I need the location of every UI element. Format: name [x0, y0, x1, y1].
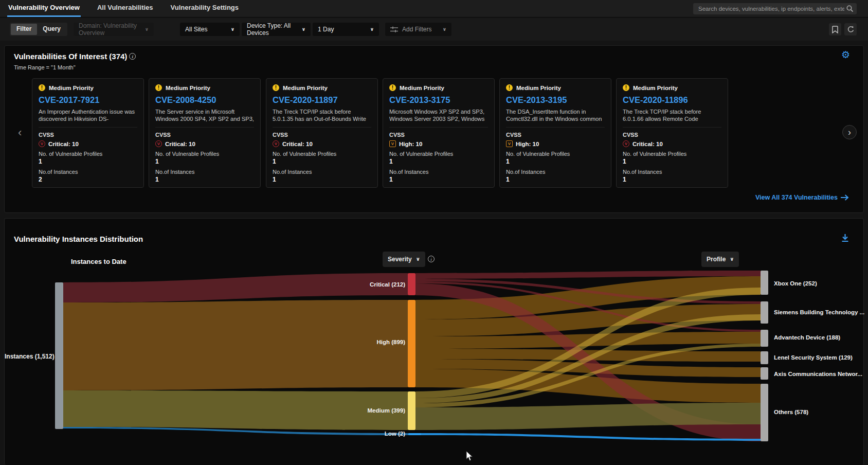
profiles-value: 1: [389, 158, 488, 165]
sankey-axis-label: Axis Communications Networ...: [774, 371, 862, 377]
node-low[interactable]: [408, 433, 421, 435]
tab-vulnerability-settings[interactable]: Vulnerability Settings: [170, 0, 240, 17]
search-icon: [846, 5, 854, 15]
profiles-label: No. of Vulnerable Profiles: [623, 151, 721, 157]
profiles-value: 1: [273, 158, 371, 165]
sites-dropdown-label: All Sites: [185, 26, 207, 33]
cve-link[interactable]: CVE-2013-3195: [506, 95, 605, 105]
cve-card: Medium Priority CVE-2008-4250 The Server…: [149, 78, 261, 188]
cvss-critical-icon: [273, 140, 279, 147]
node-axis[interactable]: [761, 367, 768, 380]
cvss-label: CVSS: [273, 132, 371, 138]
sliders-icon: [390, 26, 398, 33]
vulnerabilities-of-interest-panel: Vulnerabilities Of Interest (374) Time R…: [4, 45, 864, 213]
tab-vulnerability-overview[interactable]: Vulnerability Overview: [7, 0, 81, 17]
cvss-high-icon: [389, 140, 396, 147]
info-icon[interactable]: [129, 53, 136, 60]
profiles-label: No. of Vulnerable Profiles: [39, 151, 137, 157]
carousel-next-button[interactable]: [842, 125, 857, 139]
divider: [155, 127, 254, 128]
priority-icon: [506, 84, 513, 91]
cvss-score: Critical: 10: [632, 141, 663, 147]
chevron-down-icon: [145, 27, 149, 32]
profiles-label: No. of Vulnerable Profiles: [506, 151, 605, 157]
global-search: [693, 3, 857, 14]
view-all-label: View All 374 Vulnerabilities: [755, 194, 838, 201]
node-lenel[interactable]: [761, 351, 768, 364]
flow-instances-high[interactable]: [63, 300, 408, 390]
add-filters-dropdown[interactable]: Add Filters: [385, 23, 451, 36]
cve-card: Medium Priority CVE-2020-11897 The Treck…: [266, 78, 378, 188]
divider: [506, 127, 605, 128]
reset-button[interactable]: [844, 23, 857, 35]
node-critical[interactable]: [408, 273, 415, 295]
cve-description: Microsoft Windows XP SP2 and SP3, Window…: [389, 108, 488, 122]
top-navigation: Vulnerability Overview All Vulnerabiliti…: [0, 0, 868, 17]
divider: [623, 127, 721, 128]
node-advantech[interactable]: [761, 330, 768, 347]
query-mode-button[interactable]: Query: [37, 24, 66, 35]
cvss-score: Critical: 10: [282, 141, 313, 147]
time-range-dropdown[interactable]: 1 Day: [313, 23, 379, 36]
instances-value: 1: [273, 176, 371, 183]
priority-label: Medium Priority: [516, 85, 561, 91]
bookmark-button[interactable]: [829, 23, 841, 35]
sankey-chart: [5, 219, 864, 465]
bookmark-icon: [832, 26, 838, 33]
instances-label: No.of Instances: [39, 169, 137, 175]
instances-label: No.of Instances: [155, 169, 254, 175]
carousel-prev-button[interactable]: [18, 127, 22, 138]
cvss-score: Critical: 10: [165, 141, 195, 147]
tab-all-vulnerabilities[interactable]: All Vulnerabilities: [96, 0, 154, 17]
gear-icon[interactable]: [841, 49, 850, 61]
add-filters-label: Add Filters: [402, 26, 431, 33]
node-xbox-one[interactable]: [761, 271, 768, 295]
chevron-down-icon: [443, 27, 446, 32]
refresh-icon: [847, 26, 855, 33]
node-others[interactable]: [761, 384, 768, 441]
cvss-label: CVSS: [39, 132, 137, 138]
profiles-label: No. of Vulnerable Profiles: [389, 151, 488, 157]
time-range-dropdown-label: 1 Day: [318, 26, 334, 33]
node-high[interactable]: [408, 300, 415, 387]
sankey-low-label: Low (2): [343, 431, 405, 437]
cve-link[interactable]: CVE-2020-11896: [623, 95, 721, 105]
instances-label: No.of Instances: [506, 169, 605, 175]
divider: [39, 127, 137, 128]
cve-link[interactable]: CVE-2020-11897: [273, 95, 371, 105]
sankey-others-label: Others (578): [774, 409, 808, 415]
priority-label: Medium Priority: [400, 85, 444, 91]
sankey-xbox-label: Xbox One (252): [774, 280, 817, 287]
cve-link[interactable]: CVE-2008-4250: [155, 95, 254, 105]
priority-icon: [273, 84, 279, 91]
priority-label: Medium Priority: [633, 85, 678, 91]
cve-link[interactable]: CVE-2013-3175: [389, 95, 488, 105]
instances-value: 1: [155, 176, 254, 183]
cvss-score: High: 10: [399, 141, 422, 147]
cve-description: The Treck TCP/IP stack before 5.0.1.35 h…: [273, 108, 371, 122]
domain-dropdown[interactable]: Domain: Vulnerability Overview: [74, 23, 154, 36]
node-medium[interactable]: [408, 391, 415, 430]
sites-dropdown[interactable]: All Sites: [180, 23, 240, 36]
sankey-siemens-label: Siemens Building Technology ...: [774, 309, 864, 315]
instances-value: 2: [39, 176, 137, 183]
priority-icon: [39, 84, 45, 91]
instances-distribution-panel: Vulnerability Instances Distribution Ins…: [4, 218, 864, 465]
priority-label: Medium Priority: [49, 85, 94, 91]
device-type-dropdown[interactable]: Device Type: All Devices: [242, 23, 311, 36]
cvss-high-icon: [506, 140, 513, 147]
time-range-note: Time Range = "1 Month": [14, 64, 76, 70]
view-all-link[interactable]: View All 374 Vulnerabilities: [755, 194, 849, 201]
chevron-down-icon: [370, 27, 374, 32]
cvss-score: High: 10: [516, 141, 539, 147]
filter-mode-button[interactable]: Filter: [11, 24, 37, 35]
cve-link[interactable]: CVE-2017-7921: [39, 95, 137, 105]
domain-dropdown-label: Domain: Vulnerability Overview: [79, 22, 140, 37]
cve-description: The Server service in Microsoft Windows …: [155, 108, 254, 122]
cvss-label: CVSS: [155, 132, 254, 138]
node-siemens[interactable]: [761, 301, 768, 324]
node-instances[interactable]: [55, 282, 63, 429]
voi-title: Vulnerabilities Of Interest (374): [14, 52, 127, 61]
search-input[interactable]: [693, 3, 857, 14]
flow-instances-critical[interactable]: [63, 273, 408, 302]
